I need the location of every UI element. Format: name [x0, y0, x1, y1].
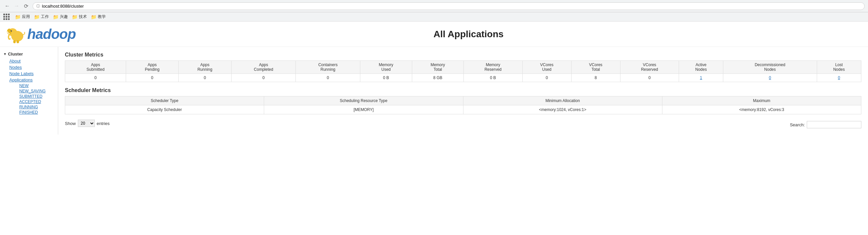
main-content: ▼ Cluster About Nodes Node Labels Applic…: [0, 47, 868, 135]
decommissioned-nodes-link[interactable]: 0: [769, 75, 771, 80]
entries-label: entries: [97, 121, 110, 126]
sidebar-cluster-section: ▼ Cluster About Nodes Node Labels Applic…: [0, 50, 58, 115]
col-scheduler-type: Scheduler Type: [65, 96, 264, 105]
col-scheduling-resource-type: Scheduling Resource Type: [264, 96, 463, 105]
entries-select[interactable]: 20 10 50 100: [78, 120, 95, 127]
collapse-triangle-icon: ▼: [3, 52, 7, 56]
sidebar-item-new[interactable]: NEW: [16, 83, 58, 89]
val-apps-pending: 0: [126, 74, 178, 82]
svg-rect-5: [13, 40, 16, 43]
col-apps-submitted: AppsSubmitted: [65, 61, 126, 74]
search-input[interactable]: [807, 121, 861, 128]
lost-nodes-link[interactable]: 0: [838, 75, 840, 80]
reload-button[interactable]: ⟳: [22, 2, 30, 10]
content-area: Cluster Metrics AppsSubmitted AppsPendin…: [58, 47, 868, 135]
sidebar-item-new-saving[interactable]: NEW_SAVING: [16, 89, 58, 94]
search-area: Search:: [790, 121, 861, 128]
col-lost-nodes: LostNodes: [817, 61, 861, 74]
svg-point-3: [11, 30, 12, 32]
bookmarks-bar: 📁 应用 📁 工作 📁 兴趣 📁 技术 📁 教学: [0, 12, 868, 22]
val-apps-running: 0: [178, 74, 231, 82]
col-decommissioned-nodes: DecommissionedNodes: [723, 61, 817, 74]
hadoop-elephant-icon: [7, 25, 27, 43]
scheduler-metrics-title: Scheduler Metrics: [65, 88, 861, 93]
lock-icon: ⓘ: [36, 4, 40, 9]
col-vcores-total: VCoresTotal: [571, 61, 620, 74]
val-scheduler-type: Capacity Scheduler: [65, 105, 264, 114]
bookmark-label: 技术: [79, 14, 87, 20]
val-decommissioned-nodes[interactable]: 0: [723, 74, 817, 82]
val-active-nodes[interactable]: 1: [679, 74, 723, 82]
scheduler-metrics-table: Scheduler Type Scheduling Resource Type …: [65, 96, 861, 114]
hadoop-brand-text: hadoop: [27, 26, 76, 42]
svg-rect-6: [17, 40, 19, 43]
bookmark-label: 应用: [22, 14, 30, 20]
bookmark-label: 教学: [98, 14, 106, 20]
back-button[interactable]: ←: [3, 2, 11, 10]
folder-icon: 📁: [53, 14, 59, 20]
val-memory-total: 8 GB: [412, 74, 464, 82]
page-title-area: All Applications: [76, 29, 861, 39]
page-header: hadoop All Applications: [0, 22, 868, 47]
page-title: All Applications: [76, 29, 861, 39]
url-input[interactable]: [42, 4, 861, 9]
browser-chrome: ← → ⟳ ⓘ: [0, 0, 868, 12]
val-vcores-reserved: 0: [620, 74, 679, 82]
col-vcores-used: VCoresUsed: [522, 61, 571, 74]
sidebar-item-finished[interactable]: FINISHED: [16, 110, 58, 115]
sidebar-item-running[interactable]: RUNNING: [16, 104, 58, 110]
sidebar-item-node-labels[interactable]: Node Labels: [6, 70, 58, 77]
sidebar-cluster-links: About Nodes Node Labels Applications NEW…: [0, 58, 58, 115]
folder-icon: 📁: [91, 14, 96, 20]
val-minimum-allocation: <memory:1024, vCores:1>: [463, 105, 662, 114]
val-apps-submitted: 0: [65, 74, 126, 82]
val-scheduling-resource-type: [MEMORY]: [264, 105, 463, 114]
sidebar: ▼ Cluster About Nodes Node Labels Applic…: [0, 47, 58, 135]
col-memory-reserved: MemoryReserved: [464, 61, 522, 74]
bookmark-work[interactable]: 📁 工作: [34, 14, 49, 20]
bookmark-teaching[interactable]: 📁 教学: [91, 14, 106, 20]
bookmark-apps[interactable]: 📁 应用: [15, 14, 30, 20]
sidebar-item-applications[interactable]: Applications: [6, 77, 58, 83]
sidebar-cluster-header[interactable]: ▼ Cluster: [0, 50, 58, 58]
col-vcores-reserved: VCoresReserved: [620, 61, 679, 74]
folder-icon: 📁: [34, 14, 39, 20]
bookmark-tech[interactable]: 📁 技术: [72, 14, 87, 20]
sidebar-app-sub-links: NEW NEW_SAVING SUBMITTED ACCEPTED RUNNIN…: [6, 83, 58, 115]
col-containers-running: ContainersRunning: [296, 61, 360, 74]
bottom-bar: Show 20 10 50 100 entries Search:: [65, 120, 861, 130]
bookmark-label: 兴趣: [60, 14, 68, 20]
col-apps-pending: AppsPending: [126, 61, 178, 74]
folder-icon: 📁: [72, 14, 78, 20]
apps-grid-icon[interactable]: [3, 13, 10, 20]
nav-buttons: ← → ⟳: [3, 2, 30, 10]
val-vcores-used: 0: [522, 74, 571, 82]
col-minimum-allocation: Minimum Allocation: [463, 96, 662, 105]
sidebar-item-submitted[interactable]: SUBMITTED: [16, 94, 58, 99]
col-apps-running: AppsRunning: [178, 61, 231, 74]
show-entries-area: Show 20 10 50 100 entries: [65, 120, 110, 127]
bookmark-interests[interactable]: 📁 兴趣: [53, 14, 68, 20]
show-label: Show: [65, 121, 76, 126]
sidebar-item-about[interactable]: About: [6, 58, 58, 64]
forward-button[interactable]: →: [13, 2, 21, 10]
sidebar-item-accepted[interactable]: ACCEPTED: [16, 99, 58, 104]
cluster-metrics-table: AppsSubmitted AppsPending AppsRunning Ap…: [65, 61, 861, 82]
col-active-nodes: ActiveNodes: [679, 61, 723, 74]
address-bar[interactable]: ⓘ: [33, 2, 865, 10]
col-apps-completed: AppsCompleted: [231, 61, 296, 74]
val-memory-reserved: 0 B: [464, 74, 522, 82]
val-lost-nodes[interactable]: 0: [817, 74, 861, 82]
svg-point-4: [11, 31, 12, 31]
sidebar-item-nodes[interactable]: Nodes: [6, 64, 58, 70]
val-memory-used: 0 B: [360, 74, 412, 82]
sidebar-cluster-label: Cluster: [8, 52, 23, 57]
search-label: Search:: [790, 122, 805, 127]
hadoop-logo: hadoop: [7, 25, 76, 43]
folder-icon: 📁: [15, 14, 21, 20]
col-maximum-allocation: Maximum: [662, 96, 861, 105]
col-memory-used: MemoryUsed: [360, 61, 412, 74]
active-nodes-link[interactable]: 1: [700, 75, 702, 80]
val-containers-running: 0: [296, 74, 360, 82]
col-memory-total: MemoryTotal: [412, 61, 464, 74]
